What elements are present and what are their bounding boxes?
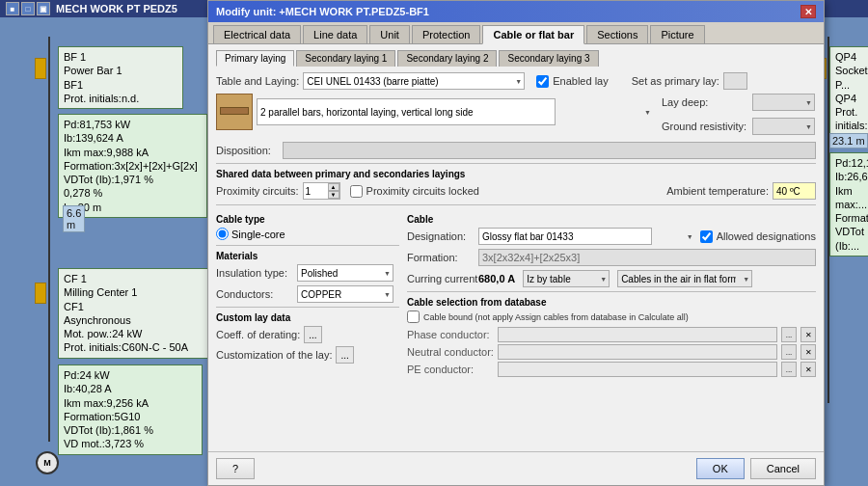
proximity-locked-label: Proximity circuits locked — [366, 185, 479, 197]
dialog: Modify unit: +MECH WORK PT.PEDZ5-BF1 ✕ E… — [207, 0, 825, 486]
tab-picture[interactable]: Picture — [650, 25, 704, 43]
col-right: Cable Designation: Glossy flat bar 01433… — [407, 209, 816, 379]
cables-in-air-select[interactable]: Cables in the air in flat form... — [617, 270, 752, 287]
phase-clear-btn[interactable]: ✕ — [800, 327, 816, 342]
designation-select[interactable]: Glossy flat bar 01433 — [478, 228, 652, 245]
allowed-designations-checkbox[interactable] — [700, 230, 713, 243]
cable-type-header: Cable type — [216, 214, 399, 225]
tab-protection[interactable]: Protection — [412, 25, 481, 43]
customization-browse-btn[interactable]: ... — [336, 346, 353, 364]
curring-current-value: 680,0 A — [478, 273, 515, 284]
spinner-up[interactable]: ▲ — [328, 183, 339, 191]
sub-tabs: Primary laying Secondary laying 1 Second… — [216, 50, 816, 67]
phase-browse-btn[interactable]: ... — [781, 327, 797, 342]
dialog-footer: ? OK Cancel — [208, 451, 824, 485]
conductors-select-wrapper: COPPER — [297, 285, 393, 303]
enabled-lay-checkbox[interactable] — [536, 75, 549, 88]
pe-browse-btn[interactable]: ... — [781, 362, 797, 377]
sub-tab-primary[interactable]: Primary laying — [216, 50, 294, 67]
shared-data-header: Shared data between primary and secondar… — [216, 169, 816, 179]
cable-db-header: Cable selection from database — [407, 297, 816, 308]
pe-clear-btn[interactable]: ✕ — [800, 362, 816, 377]
ground-resistivity-label: Ground resistivity: — [662, 121, 748, 132]
insulation-label: Insulation type: — [216, 267, 293, 279]
table-laying-select[interactable]: CEI UNEL 01433 (barre piatte) — [303, 72, 525, 90]
qp4-l3: QP4 — [835, 92, 868, 105]
ambient-temp-input[interactable] — [773, 182, 816, 200]
proximity-locked-checkbox[interactable] — [350, 185, 363, 198]
help-button[interactable]: ? — [216, 458, 255, 479]
neutral-input — [498, 344, 777, 360]
insulation-type-row: Insulation type: Polished — [216, 264, 399, 282]
ok-button[interactable]: OK — [696, 458, 745, 479]
designation-row: Designation: Glossy flat bar 01433 Allow… — [407, 228, 816, 245]
proximity-input[interactable] — [304, 183, 328, 199]
cf1-l5: Mot. pow.:24 kW — [64, 327, 204, 340]
ambient-temp-label: Ambient temperature: — [666, 185, 769, 197]
tab-unit[interactable]: Unit — [369, 25, 410, 43]
app-icon-2: □ — [21, 2, 35, 15]
cf1-l3: CF1 — [64, 300, 204, 313]
disposition-bar — [283, 142, 816, 159]
conductors-row: Conductors: COPPER — [216, 285, 399, 303]
single-core-radio-row: Single-core — [216, 228, 399, 240]
single-core-radio[interactable] — [216, 228, 229, 240]
iz-table-wrapper: Iz by table — [523, 270, 610, 287]
app-title: MECH WORK PT PEDZ5 — [56, 3, 177, 14]
sub-tab-secondary3[interactable]: Secondary laying 3 — [499, 50, 598, 67]
cancel-button[interactable]: Cancel — [750, 458, 816, 479]
lay-deep-wrapper — [752, 94, 815, 111]
tab-sections[interactable]: Sections — [586, 25, 648, 43]
cables-in-air-wrapper: Cables in the air in flat form... — [617, 270, 752, 287]
laying-description-select[interactable]: 2 parallel bars, horizontal laying, vert… — [257, 98, 556, 125]
cable-bound-checkbox[interactable] — [407, 310, 420, 323]
coeff-label: Coeff. of derating: — [216, 329, 300, 340]
spinner-down[interactable]: ▼ — [328, 191, 339, 199]
qp4-l2: Sockets P... — [835, 64, 868, 92]
phase-conductor-row: Phase conductor: ... ✕ — [407, 327, 816, 342]
stats1-l6: 0,278 % — [64, 186, 202, 200]
sub-tab-secondary1[interactable]: Secondary laying 1 — [296, 50, 395, 67]
cf1-box: CF 1 Milling Center 1 CF1 Asynchronous M… — [58, 268, 210, 359]
disposition-row: Disposition: — [216, 142, 816, 159]
formation-row: Formation: 3x[2x32x4]+[2x25x3] — [407, 249, 816, 266]
coeff-browse-btn[interactable]: ... — [304, 326, 321, 343]
pe-conductor-row: PE conductor: ... ✕ — [407, 362, 816, 377]
bf1-line1: BF 1 — [64, 50, 177, 64]
coeff-derating-row: Coeff. of derating: ... — [216, 326, 399, 343]
ambient-temp-row: Ambient temperature: — [666, 182, 816, 200]
formation-label: Formation: — [407, 252, 475, 263]
ground-resistivity-select[interactable] — [752, 118, 815, 135]
stats2-l2: Ib:40,28 A — [64, 382, 197, 395]
app-icon-1: ■ — [6, 2, 19, 15]
neutral-clear-btn[interactable]: ✕ — [800, 344, 816, 360]
bf1-box: BF 1 Power Bar 1 BF1 Prot. initials:n.d. — [58, 46, 183, 109]
sub-tab-secondary2[interactable]: Secondary laying 2 — [397, 50, 497, 67]
dialog-close-button[interactable]: ✕ — [800, 5, 816, 18]
stats2-l4: Formation:5G10 — [64, 410, 197, 423]
tab-cable-flat-bar[interactable]: Cable or flat bar — [482, 25, 584, 44]
distance-label: 6.6 m — [63, 205, 85, 232]
stats1-l1: Pd:81,753 kW — [64, 118, 202, 131]
tab-line-data[interactable]: Line data — [303, 25, 367, 43]
table-laying-select-wrapper: CEI UNEL 01433 (barre piatte) — [303, 72, 525, 90]
allowed-designations-label: Allowed designations — [717, 230, 816, 242]
iz-table-select[interactable]: Iz by table — [523, 270, 610, 287]
lay-deep-select[interactable] — [752, 94, 815, 111]
ground-resistivity-wrapper — [752, 118, 815, 135]
qp4-box: QP4 Sockets P... QP4 Prot. initials:... — [829, 46, 868, 137]
customization-label: Customization of the lay: — [216, 349, 332, 361]
motor-symbol: M — [36, 451, 59, 474]
tab-electrical-data[interactable]: Electrical data — [213, 25, 301, 43]
neutral-browse-btn[interactable]: ... — [781, 344, 797, 360]
lay-deep-label: Lay deep: — [662, 96, 748, 108]
conductors-select[interactable]: COPPER — [297, 285, 393, 303]
stats2-l5: VDTot (Ib):1,861 % — [64, 423, 197, 437]
dialog-title: Modify unit: +MECH WORK PT.PEDZ5-BF1 — [216, 6, 429, 17]
stats1-l2: Ib:139,624 A — [64, 131, 202, 145]
insulation-select[interactable]: Polished — [297, 264, 393, 282]
designation-select-wrapper: Glossy flat bar 01433 — [478, 228, 696, 245]
proximity-spinner: ▲ ▼ — [303, 182, 340, 200]
pe-input — [498, 362, 777, 377]
bf1-line2: Power Bar 1 — [64, 64, 177, 77]
